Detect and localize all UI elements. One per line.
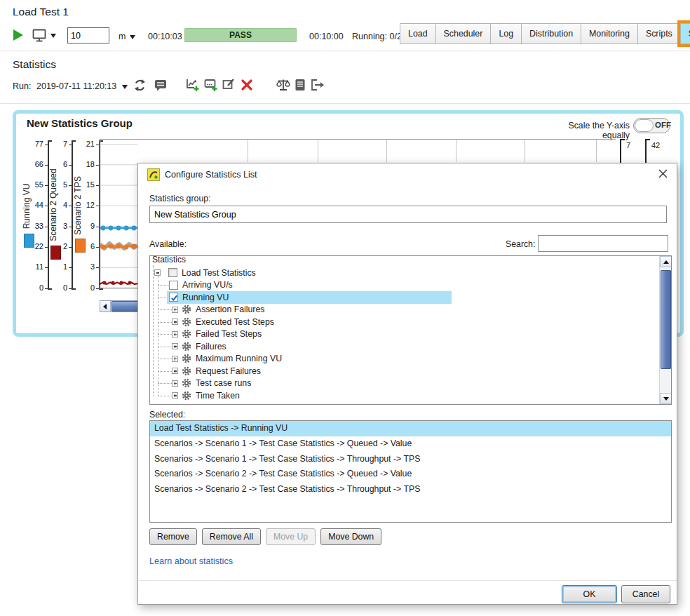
selected-item[interactable]: Load Test Statistics -> Running VU xyxy=(150,421,671,436)
tab-scripts[interactable]: Scripts xyxy=(637,23,681,44)
dialog-app-icon xyxy=(147,168,160,181)
tree-item-load-test-statistics[interactable]: Load Test Statistics xyxy=(150,267,256,279)
add-table-button[interactable] xyxy=(204,78,218,92)
check-icon xyxy=(170,294,178,302)
tab-distribution[interactable]: Distribution xyxy=(521,23,581,44)
selected-item[interactable]: Scenarios -> Scenario 2 -> Test Case Sta… xyxy=(150,467,671,482)
statistics-group-input[interactable] xyxy=(149,206,667,223)
selected-item[interactable]: Scenarios -> Scenario 2 -> Test Case Sta… xyxy=(150,482,671,497)
dialog-title: Configure Statistics List xyxy=(165,170,257,180)
expand-icon[interactable] xyxy=(172,380,178,387)
monitor-icon xyxy=(32,29,48,42)
tree-item-time-taken[interactable]: Time Taken xyxy=(150,389,240,402)
close-icon xyxy=(658,169,668,178)
tree-item-label: Executed Test Steps xyxy=(196,317,274,327)
scroll-up-button[interactable] xyxy=(660,256,672,267)
expand-icon[interactable] xyxy=(172,319,178,325)
chart-group-title: New Statistics Group xyxy=(27,117,133,129)
scroll-down-icon xyxy=(663,397,669,401)
tab-log[interactable]: Log xyxy=(490,23,522,44)
checkbox-unchecked[interactable] xyxy=(168,268,177,277)
page-title: Load Test 1 xyxy=(13,6,69,18)
move-down-button[interactable]: Move Down xyxy=(320,528,381,545)
tree-vertical-scrollbar[interactable] xyxy=(659,256,671,404)
right-axis-line-1 xyxy=(620,139,621,163)
learn-about-statistics-link[interactable]: Learn about statistics xyxy=(149,556,233,566)
tree-item-label: Test case runs xyxy=(196,378,251,388)
available-statistics-tree[interactable]: Statistics Load Test Statistics Arriving… xyxy=(149,255,672,405)
expand-icon[interactable] xyxy=(172,368,178,374)
tree-item-test-case-runs[interactable]: Test case runs xyxy=(150,377,251,390)
report-button[interactable] xyxy=(295,79,306,91)
checkbox-unchecked[interactable] xyxy=(169,281,178,290)
tab-load[interactable]: Load xyxy=(400,23,436,44)
right-axis-cap-2 xyxy=(645,139,650,140)
gear-icon xyxy=(182,354,191,363)
selected-item[interactable]: Scenarios -> Scenario 1 -> Test Case Sta… xyxy=(150,436,671,452)
scale-y-axis-toggle[interactable]: OFF xyxy=(633,118,670,133)
dialog-close-button[interactable] xyxy=(658,169,668,178)
tree-item-label: Load Test Statistics xyxy=(182,268,256,278)
duration-input[interactable] xyxy=(67,27,109,43)
add-chart-icon xyxy=(186,78,200,92)
tree-item-failures[interactable]: Failures xyxy=(150,340,226,353)
tree-item-maximum-running-vu[interactable]: Maximum Running VU xyxy=(150,353,282,366)
expand-icon[interactable] xyxy=(172,307,178,313)
toggle-state-label: OFF xyxy=(655,121,671,129)
expand-icon[interactable] xyxy=(172,331,178,337)
tree-item-assertion-failures[interactable]: Assertion Failures xyxy=(150,304,264,316)
run-value[interactable]: 2019-07-11 11:20:13 xyxy=(36,81,116,91)
edit-button[interactable] xyxy=(222,78,236,91)
delete-x-icon xyxy=(241,79,253,91)
scroll-left-button[interactable] xyxy=(100,301,111,312)
play-button[interactable] xyxy=(13,29,23,41)
plot-vgrid xyxy=(318,140,318,162)
legend-swatch-scenario2-tps xyxy=(75,239,86,253)
search-input[interactable] xyxy=(538,235,668,252)
scroll-up-icon xyxy=(663,260,669,264)
delete-button[interactable] xyxy=(241,79,253,91)
tree-item-label: Request Failures xyxy=(196,366,261,376)
tree-item-running-vu[interactable]: Running VU xyxy=(150,291,229,304)
tree-item-request-failures[interactable]: Request Failures xyxy=(150,365,261,377)
plot-vgrid xyxy=(386,140,387,162)
monitor-button[interactable] xyxy=(32,29,48,42)
chart-plot-strip xyxy=(100,140,137,290)
tab-scheduler[interactable]: Scheduler xyxy=(435,23,492,44)
export-button[interactable] xyxy=(311,79,325,91)
refresh-button[interactable] xyxy=(133,79,147,92)
cancel-button[interactable]: Cancel xyxy=(621,585,670,603)
expand-icon[interactable] xyxy=(172,392,178,399)
tree-item-arriving-vus[interactable]: Arriving VU/s xyxy=(150,279,233,292)
move-up-button[interactable]: Move Up xyxy=(266,528,316,545)
refresh-icon xyxy=(133,79,147,92)
right-axis-line-2 xyxy=(645,139,647,163)
selected-statistics-list[interactable]: Load Test Statistics -> Running VU Scena… xyxy=(149,420,672,523)
tab-statistics[interactable]: Statistics xyxy=(680,23,690,44)
expand-icon[interactable] xyxy=(172,356,178,362)
right-axis-tick-2: 42 xyxy=(651,141,660,149)
ok-button[interactable]: OK xyxy=(562,585,617,603)
duration-unit-caret[interactable] xyxy=(130,35,135,39)
add-chart-button[interactable] xyxy=(186,78,200,92)
right-axis-tick-1: 7 xyxy=(626,141,630,149)
gear-icon xyxy=(182,317,191,327)
tab-monitoring[interactable]: Monitoring xyxy=(581,23,638,44)
plot-vgrid xyxy=(248,140,248,162)
gear-icon xyxy=(182,304,191,314)
checkbox-checked[interactable] xyxy=(169,293,178,302)
selected-item[interactable]: Scenarios -> Scenario 1 -> Test Case Sta… xyxy=(150,452,671,467)
notes-button[interactable] xyxy=(154,79,167,91)
run-dropdown-caret[interactable] xyxy=(122,85,128,89)
tree-item-executed-test-steps[interactable]: Executed Test Steps xyxy=(150,316,274,328)
expand-icon[interactable] xyxy=(172,343,178,349)
scrollbar-thumb[interactable] xyxy=(661,270,671,369)
scroll-down-button[interactable] xyxy=(660,393,672,404)
monitor-dropdown-caret[interactable] xyxy=(50,34,56,38)
tree-item-failed-test-steps[interactable]: Failed Test Steps xyxy=(150,328,262,341)
selected-label: Selected: xyxy=(149,410,185,420)
assertions-button[interactable] xyxy=(276,78,290,92)
remove-all-button[interactable]: Remove All xyxy=(202,528,261,545)
remove-button[interactable]: Remove xyxy=(149,528,197,545)
collapse-icon[interactable] xyxy=(154,269,161,276)
